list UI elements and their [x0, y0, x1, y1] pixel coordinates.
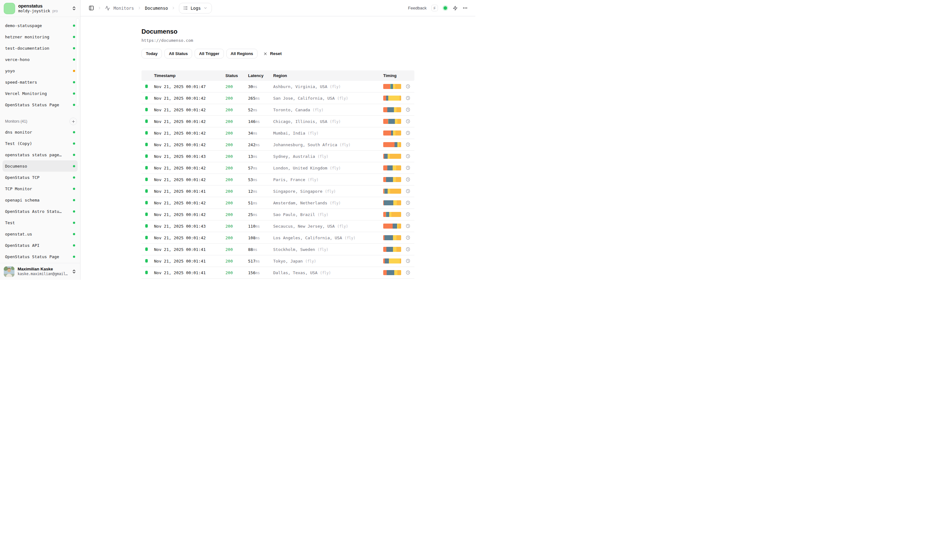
sidebar-item-monitor[interactable]: OpenStatus API — [3, 240, 78, 251]
monitor-label: OpenStatus TCP — [5, 175, 40, 180]
log-table-row[interactable]: Nov 21, 2025 00:01:43 200 13ms Sydney, A… — [142, 151, 414, 162]
timing-details-button[interactable] — [401, 119, 410, 123]
log-table-row[interactable]: Nov 21, 2025 00:01:42 200 34ms Mumbai, I… — [142, 127, 414, 139]
timing-details-button[interactable] — [401, 166, 410, 170]
log-table-row[interactable]: Nov 21, 2025 00:01:41 200 12ms Singapore… — [142, 186, 414, 197]
status-dot — [73, 244, 75, 246]
log-table-row[interactable]: Nov 21, 2025 00:01:42 200 242ms Johannes… — [142, 139, 414, 151]
breadcrumb-monitors[interactable]: Monitors — [114, 6, 134, 11]
log-table-row[interactable]: Nov 21, 2025 00:01:42 200 108ms Los Ange… — [142, 232, 414, 244]
row-status-indicator — [145, 246, 154, 252]
col-header-latency: Latency — [248, 73, 273, 78]
sidebar-item-status-page[interactable]: OpenStatus Status Page — [3, 99, 78, 110]
sidebar-item-status-page[interactable]: yoyo — [3, 65, 78, 76]
latency-cell: 108ms — [248, 235, 273, 240]
workspace-switcher[interactable]: openstatus moldy-joystick pro — [0, 0, 80, 17]
sidebar-item-monitor[interactable]: OpenStatus Status Page — [3, 251, 78, 262]
timing-details-button[interactable] — [401, 142, 410, 147]
view-selector-logs[interactable]: Logs — [179, 3, 212, 14]
timing-details-button[interactable] — [401, 84, 410, 89]
timing-details-button[interactable] — [401, 201, 410, 205]
timing-details-button[interactable] — [401, 154, 410, 158]
lightning-icon[interactable] — [453, 6, 458, 11]
timing-segment-slate — [385, 258, 389, 263]
timing-details-button[interactable] — [401, 259, 410, 263]
add-monitor-button[interactable] — [69, 118, 77, 125]
row-status-indicator — [145, 188, 154, 194]
log-table-row[interactable]: Nov 21, 2025 00:01:42 200 57ms London, U… — [142, 162, 414, 174]
user-menu[interactable]: Maximilian Kaske kaske.maximilian@gmail… — [0, 263, 80, 280]
sidebar-scrollbar[interactable] — [76, 18, 79, 106]
timing-segment-orange — [383, 131, 391, 135]
status-dot — [73, 58, 75, 61]
log-table-row[interactable]: Nov 21, 2025 00:01:42 200 51ms Amsterdam… — [142, 197, 414, 209]
status-live-dot[interactable] — [443, 6, 447, 10]
timing-details-button[interactable] — [401, 108, 410, 112]
row-status-indicator — [145, 95, 154, 101]
sidebar-toggle-button[interactable] — [89, 5, 94, 11]
reset-filters-button[interactable]: Reset — [260, 49, 285, 58]
latency-cell: 242ms — [248, 142, 273, 147]
filter-button-today[interactable]: Today — [142, 49, 162, 58]
timing-details-button[interactable] — [401, 247, 410, 252]
sidebar-item-status-page[interactable]: speed-matters — [3, 76, 78, 88]
timing-segment-slate — [387, 270, 394, 275]
timestamp-cell: Nov 21, 2025 00:01:42 — [154, 166, 225, 171]
sidebar-item-monitor[interactable]: TCP Monitor — [3, 183, 78, 194]
sidebar-item-status-page[interactable]: demo-statuspage — [3, 20, 78, 31]
log-table-row[interactable]: Nov 21, 2025 00:01:42 200 52ms Toronto, … — [142, 104, 414, 116]
more-options-button[interactable] — [462, 5, 468, 11]
sidebar-item-status-page[interactable]: hetzner monitoring — [3, 31, 78, 42]
workspace-meta: openstatus moldy-joystick pro — [18, 3, 69, 14]
reset-label: Reset — [270, 51, 282, 56]
sidebar-item-status-page[interactable]: test-documentation — [3, 42, 78, 54]
feedback-button[interactable]: Feedback — [408, 6, 426, 10]
timing-details-button[interactable] — [401, 189, 410, 193]
filter-button-all-status[interactable]: All Status — [165, 49, 192, 58]
region-cell: Paris, France (fly) — [273, 177, 383, 182]
log-table-row[interactable]: Nov 21, 2025 00:01:41 200 88ms Stockholm… — [142, 244, 414, 255]
log-table-row[interactable]: Nov 21, 2025 00:01:41 200 517ms Tokyo, J… — [142, 255, 414, 267]
status-dot — [73, 154, 75, 156]
clock-icon — [406, 271, 410, 275]
log-table-row[interactable]: Nov 21, 2025 00:01:47 200 30ms Ashburn, … — [142, 81, 414, 92]
log-table-row[interactable]: Nov 21, 2025 00:01:41 200 156ms Dallas, … — [142, 267, 414, 278]
sidebar-item-monitor[interactable]: OpenStatus TCP — [3, 172, 78, 183]
timing-details-button[interactable] — [401, 177, 410, 182]
sidebar-item-monitor[interactable]: dns monitor — [3, 126, 78, 138]
timing-details-button[interactable] — [401, 235, 410, 240]
region-provider: (fly) — [325, 189, 336, 194]
region-provider: (fly) — [330, 85, 341, 89]
sidebar-item-monitor[interactable]: Test (Copy) — [3, 138, 78, 149]
timing-segment-yellow — [388, 95, 400, 101]
sidebar-item-monitor[interactable]: openstat.us — [3, 228, 78, 240]
sidebar-item-monitor[interactable]: openapi schema — [3, 194, 78, 206]
log-table-row[interactable]: Nov 21, 2025 00:01:42 200 53ms Paris, Fr… — [142, 174, 414, 186]
sidebar-item-monitor[interactable]: Test — [3, 217, 78, 228]
sidebar-item-status-page[interactable]: verce-hono — [3, 54, 78, 65]
timing-segment-orange — [383, 212, 386, 217]
row-status-indicator — [145, 200, 154, 206]
timing-details-button[interactable] — [401, 271, 410, 275]
timing-details-button[interactable] — [401, 131, 410, 135]
region-cell: Secaucus, New Jersey, USA (fly) — [273, 224, 383, 229]
sidebar-scroll-area[interactable]: demo-statuspage hetzner monitoring test-… — [0, 17, 80, 263]
status-dot — [73, 131, 75, 133]
clock-icon — [406, 259, 410, 263]
timing-segment-orange — [383, 142, 394, 147]
timing-details-button[interactable] — [401, 96, 410, 100]
filter-button-all-regions[interactable]: All Regions — [226, 49, 258, 58]
region-cell: Toronto, Canada (fly) — [273, 108, 383, 112]
sidebar-item-monitor[interactable]: openstatus status page… — [3, 149, 78, 160]
breadcrumb-monitor-name[interactable]: Documenso — [145, 6, 168, 11]
timing-details-button[interactable] — [401, 224, 410, 228]
log-table-row[interactable]: Nov 21, 2025 00:01:42 200 25ms Sao Paulo… — [142, 209, 414, 220]
sidebar-item-monitor[interactable]: OpenStatus Astro Statu… — [3, 206, 78, 217]
sidebar-item-status-page[interactable]: Vercel Monitoring — [3, 88, 78, 99]
log-table-row[interactable]: Nov 21, 2025 00:01:43 200 110ms Secaucus… — [142, 220, 414, 232]
log-table-row[interactable]: Nov 21, 2025 00:01:42 200 265ms San Jose… — [142, 92, 414, 104]
timing-details-button[interactable] — [401, 212, 410, 217]
sidebar-item-monitor-active[interactable]: Documenso — [3, 160, 78, 172]
log-table-row[interactable]: Nov 21, 2025 00:01:42 200 146ms Chicago,… — [142, 116, 414, 127]
filter-button-all-trigger[interactable]: All Trigger — [195, 49, 223, 58]
